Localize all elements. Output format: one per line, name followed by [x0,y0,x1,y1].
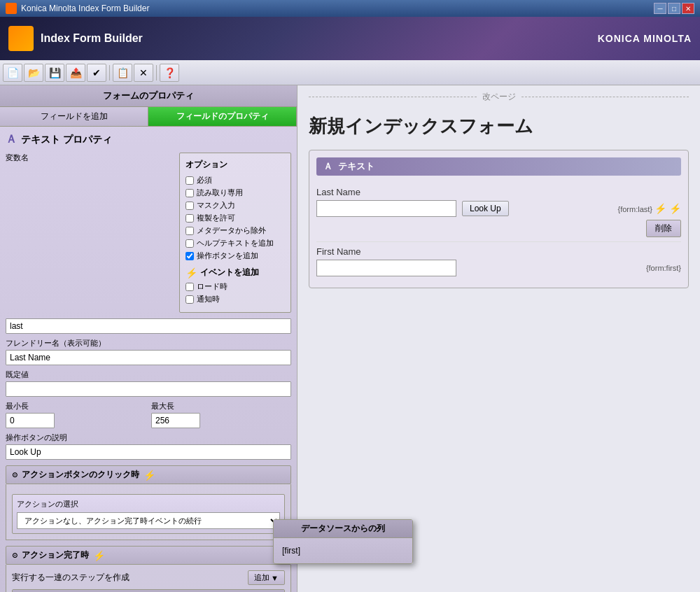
default-value-label: 既定値 [6,369,291,380]
logo-icon [8,26,34,51]
action-click-header[interactable]: ⊙ アクションボタンのクリック時 ⚡ [6,465,291,484]
last-name-input[interactable] [316,200,456,217]
max-length-col: 最大長 [151,401,291,428]
toolbar: 📄 📂 💾 📤 ✔ 📋 ✕ ❓ [0,60,700,85]
text-field-group: Ａ テキスト Last Name Look Up {form:last} ⚡ ⚡… [309,150,689,288]
delete-toolbar-button[interactable]: ✕ [134,64,153,82]
toolbar-separator [109,65,110,80]
friendly-name-input[interactable] [6,350,291,365]
option-mask[interactable]: マスク入力 [186,200,285,211]
steps-header: 実行する一連のステップを作成 追加 ▼ [12,570,285,585]
popup-item-first[interactable]: [first] [279,544,407,558]
export-button[interactable]: 📤 [66,64,85,82]
app-logo: Index Form Builder [8,26,143,51]
app-icon [6,3,17,14]
new-button[interactable]: 📄 [3,64,22,82]
action-select[interactable]: アクションなし、アクション完了時イベントの続行 [17,512,280,529]
delete-field-button[interactable]: 削除 [646,220,681,237]
option-exclude-meta[interactable]: メタデータから除外 [186,225,285,236]
popup-body: [first] [274,538,412,563]
tab-field-properties[interactable]: フィールドのプロパティ [148,107,297,126]
action-select-label: アクションの選択 [17,499,280,509]
option-help-text[interactable]: ヘルプテキストを追加 [186,238,285,248]
friendly-name-row: フレンドリー名（表示可能） [6,338,291,365]
length-row: 最小長 最大長 [6,401,291,428]
form-title: 新規インデックスフォーム [298,108,700,144]
datasource-popup: データソースからの列 [first] [273,519,413,564]
checkbox-readonly[interactable] [186,189,194,197]
min-length-input[interactable] [6,413,55,428]
first-name-label: First Name [316,246,681,257]
max-length-input[interactable] [151,413,200,428]
left-content: Ａ テキスト プロパティ オプション 必須 読み取り専用 [0,127,297,592]
popup-header: データソースからの列 [274,520,412,538]
checkbox-notify[interactable] [186,295,194,304]
first-name-input-row: {form:first} [316,260,681,276]
app-name: Index Form Builder [41,32,143,45]
max-length-label: 最大長 [151,401,291,411]
copy-button[interactable]: 📋 [113,64,132,82]
checkbox-exclude-meta[interactable] [186,227,194,235]
option-readonly[interactable]: 読み取り専用 [186,188,285,198]
section-title: Ａ テキスト プロパティ [6,132,291,147]
steps-label: 実行する一連のステップを作成 [12,572,130,584]
op-btn-row: 操作ボタンの説明 [6,432,291,460]
left-panel: フォームのプロパティ フィールドを追加 フィールドのプロパティ Ａ テキスト プ… [0,85,298,592]
checkbox-mask[interactable] [186,202,194,210]
checkbox-duplicate[interactable] [186,214,194,223]
last-name-tag: {form:last} ⚡ ⚡ [618,203,681,214]
action-click-content: アクションの選択 アクションなし、アクション完了時イベントの続行 [6,484,291,540]
section-title-text: テキスト プロパティ [21,134,112,146]
appbar: Index Form Builder KONICA MINOLTA [0,17,700,60]
maximize-button[interactable]: □ [668,3,680,14]
check-button[interactable]: ✔ [87,64,106,82]
var-name-input[interactable] [6,318,291,334]
checkbox-help-text[interactable] [186,239,194,248]
close-button[interactable]: ✕ [682,3,694,14]
open-button[interactable]: 📂 [24,64,43,82]
option-action-btn[interactable]: 操作ボタンを追加 [186,251,285,261]
last-name-field-row: Last Name Look Up {form:last} ⚡ ⚡ 削除 [316,183,681,242]
action-select-wrapper: アクションの選択 アクションなし、アクション完了時イベントの続行 [12,494,285,534]
checkbox-required[interactable] [186,176,194,185]
events-title: ⚡ イベントを追加 [186,267,285,279]
action-complete-content: 実行する一連のステップを作成 追加 ▼ クエリー ✕ 🗄 [6,565,291,592]
minimize-button[interactable]: ─ [654,3,666,14]
last-name-label: Last Name [316,187,681,197]
main-container: フォームのプロパティ フィールドを追加 フィールドのプロパティ Ａ テキスト プ… [0,85,700,592]
right-panel: 改ページ 新規インデックスフォーム Ａ テキスト Last Name Look … [298,85,700,592]
text-section-icon: Ａ [6,132,17,147]
lookup-button[interactable]: Look Up [462,201,509,216]
titlebar-title: Konica Minolta Index Form Builder [21,3,654,13]
query-box: クエリー ✕ 🗄 ODBCデータソース + ✎ ✕ [12,589,285,592]
help-button[interactable]: ❓ [160,64,179,82]
op-btn-input[interactable] [6,444,291,460]
tab-add-field[interactable]: フィールドを追加 [0,107,148,126]
min-length-col: 最小長 [6,401,146,428]
first-name-input[interactable] [316,260,456,276]
option-duplicate[interactable]: 複製を許可 [186,213,285,223]
friendly-name-label: フレンドリー名（表示可能） [6,338,291,348]
option-required[interactable]: 必須 [186,175,285,185]
first-name-tag: {form:first} [646,264,681,272]
checkbox-action-btn[interactable] [186,252,194,260]
last-name-input-row: Look Up {form:last} ⚡ ⚡ [316,200,681,217]
op-btn-label: 操作ボタンの説明 [6,432,291,443]
min-length-label: 最小長 [6,401,146,411]
save-button[interactable]: 💾 [45,64,64,82]
default-value-input[interactable] [6,381,291,397]
add-step-button[interactable]: 追加 ▼ [248,570,285,585]
event-notify[interactable]: 通知時 [186,294,285,304]
action-complete-header[interactable]: ⊙ アクション完了時 ⚡ [6,546,291,565]
event-load[interactable]: ロード時 [186,281,285,292]
brand-area: KONICA MINOLTA [598,33,692,44]
titlebar: Konica Minolta Index Form Builder ─ □ ✕ [0,0,700,17]
page-break-line: 改ページ [298,85,700,108]
checkbox-load[interactable] [186,283,194,291]
default-value-row: 既定値 [6,369,291,397]
lightning-icon: ⚡ [186,267,197,279]
toolbar-separator2 [156,65,157,80]
text-group-icon: Ａ [323,160,332,173]
panel-header: フォームのプロパティ [0,85,297,107]
tab-bar: フィールドを追加 フィールドのプロパティ [0,107,297,127]
